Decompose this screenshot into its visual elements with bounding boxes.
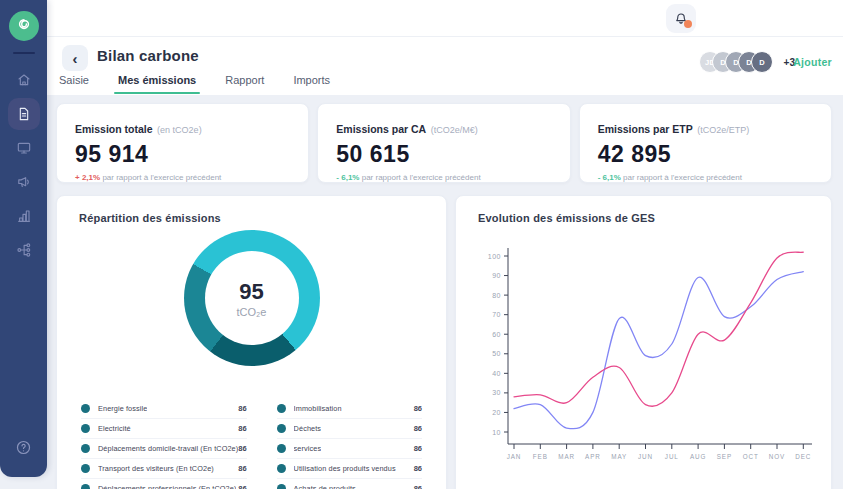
legend-column-left: Energie fossile86Electricité86Déplacemen… (81, 399, 247, 489)
add-member-button[interactable]: Ajouter (793, 56, 832, 68)
sidebar-item-bar-chart[interactable] (8, 200, 40, 232)
x-tick-label: MAR (558, 453, 575, 460)
legend-value: 86 (414, 464, 422, 473)
app-logo[interactable] (9, 11, 39, 41)
sidebar-divider (13, 52, 35, 54)
help-button[interactable] (10, 435, 38, 463)
kpi-unit: (tCO2e/M€) (428, 125, 478, 135)
legend-value: 86 (238, 484, 246, 489)
line-card-title: Evolution des émissions de GES (456, 196, 831, 224)
legend-value: 86 (238, 404, 246, 413)
donut-chart: 95 tCO₂e (184, 230, 320, 366)
evolution-chart-wrap: 102030405060708090100JANFEBMARAPRMAYJUNJ… (468, 236, 831, 478)
x-tick-label: JAN (507, 453, 522, 460)
legend-value: 86 (238, 464, 246, 473)
evolution-card: Evolution des émissions de GES 102030405… (455, 195, 832, 489)
tab-bar: SaisieMes émissionsRapportImports (57, 74, 332, 86)
legend-value: 86 (414, 404, 422, 413)
kpi-card-3: Emissions par ETP (tCO2e/ETP)42 895- 6,1… (579, 103, 832, 183)
x-tick-label: MAY (611, 453, 627, 460)
donut-center-value: 95 (239, 279, 263, 305)
tab-imports[interactable]: Imports (291, 74, 332, 86)
legend-label: Energie fossile (98, 404, 147, 413)
kpi-card-1: Emission totale (en tCO2e)95 914+ 2,1% p… (56, 103, 309, 183)
tab-rapport[interactable]: Rapport (223, 74, 266, 86)
kpi-unit: (en tCO2e) (155, 125, 202, 135)
sidebar (0, 0, 47, 477)
y-tick-label: 80 (492, 292, 501, 299)
evolution-line-chart: 102030405060708090100JANFEBMARAPRMAYJUNJ… (468, 236, 820, 474)
y-tick-label: 40 (492, 370, 501, 377)
notifications-button[interactable] (666, 4, 696, 33)
donut-legend: Energie fossile86Electricité86Déplacemen… (81, 399, 422, 489)
kpi-card-2: Emissions par CA (tCO2e/M€)50 615- 6,1% … (317, 103, 570, 183)
kpi-header: Emission totale (en tCO2e) (75, 119, 290, 137)
kpi-title: Emissions par CA (336, 123, 426, 135)
document-icon (16, 106, 32, 122)
legend-label: Déchets (294, 424, 321, 433)
y-tick-label: 90 (492, 272, 501, 279)
legend-item: Electricité86 (81, 419, 247, 439)
monitor-icon (16, 140, 32, 156)
legend-label: Déplacements domicile-travail (En tCO2e) (98, 444, 238, 453)
legend-value: 86 (414, 484, 422, 489)
kpi-header: Emissions par CA (tCO2e/M€) (336, 119, 551, 137)
sidebar-item-home[interactable] (8, 64, 40, 96)
x-tick-label: FEB (533, 453, 548, 460)
kpi-title: Emission totale (75, 123, 153, 135)
kpi-delta: - 6,1% par rapport à l'exercice précéden… (336, 173, 551, 182)
legend-value: 86 (238, 424, 246, 433)
legend-dot-icon (277, 424, 286, 433)
x-tick-label: SEP (717, 453, 732, 460)
x-tick-label: DEC (795, 453, 811, 460)
legend-item: Transport des visiteurs (En tCO2e)86 (81, 459, 247, 479)
bar-chart-icon (16, 208, 32, 224)
sidebar-item-hierarchy[interactable] (8, 234, 40, 266)
legend-value: 86 (414, 424, 422, 433)
kpi-delta: - 6,1% par rapport à l'exercice précéden… (598, 173, 813, 182)
legend-dot-icon (277, 444, 286, 453)
sidebar-item-document[interactable] (8, 98, 40, 130)
page-title: Bilan carbone (97, 47, 199, 64)
legend-item: Déplacements professionnels (En tCO2e)86 (81, 479, 247, 489)
back-button[interactable]: ‹ (62, 45, 88, 71)
legend-item: Energie fossile86 (81, 399, 247, 419)
legend-item: Utilisation des produits vendus86 (277, 459, 422, 479)
kpi-delta-value: - 6,1% (336, 173, 359, 182)
x-tick-label: OCT (743, 453, 759, 460)
sidebar-item-megaphone[interactable] (8, 166, 40, 198)
y-tick-label: 10 (492, 429, 501, 436)
legend-label: Utilisation des produits vendus (294, 464, 396, 473)
kpi-value: 42 895 (598, 141, 813, 168)
tab-mes-missions[interactable]: Mes émissions (116, 74, 198, 86)
legend-label: Déplacements professionnels (En tCO2e) (98, 484, 236, 489)
legend-column-right: Immobilisation86Déchets86services86Utili… (277, 399, 422, 489)
sidebar-nav (8, 64, 40, 268)
kpi-delta-value: + 2,1% (75, 173, 100, 182)
home-icon (16, 72, 32, 88)
hierarchy-icon (16, 242, 32, 258)
legend-label: services (294, 444, 322, 453)
sidebar-item-monitor[interactable] (8, 132, 40, 164)
legend-value: 86 (238, 444, 246, 453)
help-icon (15, 439, 32, 460)
notification-dot (684, 20, 692, 28)
legend-dot-icon (277, 484, 286, 489)
avatar[interactable]: D (751, 51, 773, 73)
kpi-delta-suffix: par rapport à l'exercice précédent (623, 173, 742, 182)
topbar (47, 0, 843, 37)
kpi-value: 95 914 (75, 141, 290, 168)
kpi-title: Emissions par ETP (598, 123, 693, 135)
avatar-group: JDDDDD (699, 51, 773, 73)
y-tick-label: 100 (488, 253, 501, 260)
tab-saisie[interactable]: Saisie (57, 74, 91, 86)
legend-item: Déplacements domicile-travail (En tCO2e)… (81, 439, 247, 459)
legend-dot-icon (81, 464, 90, 473)
legend-item: Déchets86 (277, 419, 422, 439)
kpi-delta-suffix: par rapport à l'exercice précédent (362, 173, 481, 182)
x-tick-label: AUG (690, 453, 706, 460)
kpi-row: Emission totale (en tCO2e)95 914+ 2,1% p… (56, 103, 832, 183)
kpi-delta: + 2,1% par rapport à l'exercice précéden… (75, 173, 290, 182)
donut-center-unit: tCO₂e (237, 306, 267, 318)
y-tick-label: 30 (492, 389, 501, 396)
